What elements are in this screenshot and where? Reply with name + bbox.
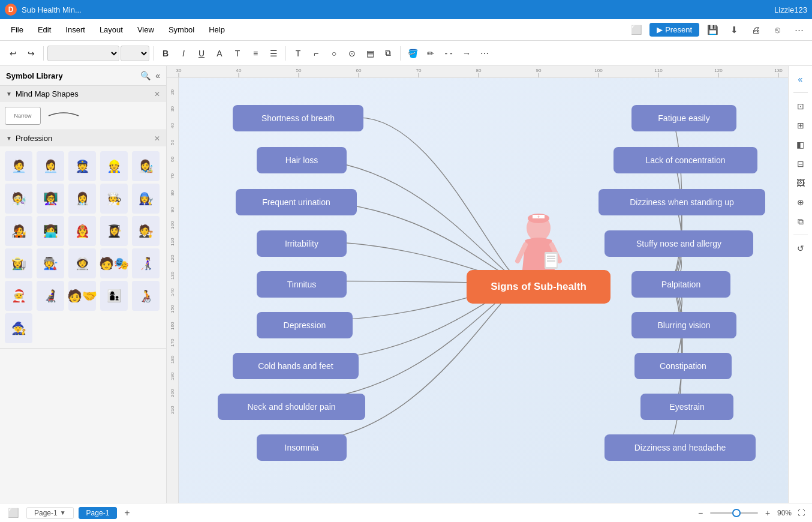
search-icon[interactable]: 🔍 bbox=[140, 71, 151, 80]
undo-panel-btn[interactable]: ↺ bbox=[792, 240, 809, 257]
prof-item-23[interactable]: 🧑‍🤝 bbox=[68, 281, 96, 311]
line-button[interactable]: ✏ bbox=[422, 45, 439, 62]
prof-item-10[interactable]: 👩‍🔧 bbox=[132, 184, 160, 214]
arrow-left-panel-btn[interactable]: « bbox=[792, 71, 809, 88]
prof-item-19[interactable]: 🧑‍🎭 bbox=[100, 248, 128, 278]
page-panel-btn[interactable]: ◧ bbox=[792, 136, 809, 153]
prof-item-8[interactable]: 👩‍⚕️ bbox=[68, 184, 96, 214]
prof-item-18[interactable]: 👩‍🚀 bbox=[68, 248, 96, 278]
prof-item-22[interactable]: 👩‍🦼 bbox=[37, 281, 64, 311]
list-button[interactable]: ☰ bbox=[265, 45, 282, 62]
close-profession-section-icon[interactable]: ✕ bbox=[154, 134, 160, 143]
menu-symbol[interactable]: Symbol bbox=[163, 23, 200, 37]
font-size-select[interactable] bbox=[121, 46, 149, 61]
center-node[interactable]: Signs of Sub-health bbox=[467, 270, 610, 304]
prof-item-26[interactable]: 🧙 bbox=[5, 313, 32, 343]
prof-item-1[interactable]: 🧑‍💼 bbox=[5, 151, 32, 181]
prof-item-3[interactable]: 👮 bbox=[68, 151, 96, 181]
text-format-button[interactable]: T bbox=[290, 45, 306, 62]
prof-item-16[interactable]: 👩‍🌾 bbox=[5, 248, 32, 278]
copy-panel-btn[interactable]: ⧉ bbox=[792, 213, 809, 230]
italic-button[interactable]: I bbox=[175, 45, 192, 62]
prof-item-15[interactable]: 🧑‍⚖️ bbox=[132, 216, 160, 246]
redo-button[interactable]: ↪ bbox=[23, 45, 40, 62]
align-button[interactable]: ≡ bbox=[247, 45, 264, 62]
grid-panel-btn[interactable]: ⊞ bbox=[792, 117, 809, 134]
node-eyestrain[interactable]: Eyestrain bbox=[640, 394, 733, 420]
add-page-button[interactable]: + bbox=[122, 508, 132, 518]
mind-map-shapes-header[interactable]: ▼ Mind Map Shapes ✕ bbox=[0, 86, 166, 102]
node-irritability[interactable]: Irritability bbox=[257, 230, 347, 257]
underline-button[interactable]: U bbox=[193, 45, 210, 62]
save-icon[interactable]: 💾 bbox=[704, 22, 721, 38]
page-tab-dropdown-icon[interactable]: ▼ bbox=[60, 509, 66, 516]
node-tinnitus[interactable]: Tinnitus bbox=[257, 271, 347, 298]
connector-button[interactable]: ⌐ bbox=[308, 45, 324, 62]
prof-item-14[interactable]: 👩‍🎓 bbox=[100, 216, 128, 246]
dash-button[interactable]: - - bbox=[440, 45, 457, 62]
table-button[interactable]: ▤ bbox=[362, 45, 378, 62]
prof-item-12[interactable]: 👩‍💻 bbox=[37, 216, 64, 246]
prof-item-21[interactable]: 🧑‍🎄 bbox=[5, 281, 32, 311]
prof-item-13[interactable]: 🧑‍🚒 bbox=[68, 216, 96, 246]
zoom-slider[interactable] bbox=[710, 512, 758, 514]
prof-item-24[interactable]: 👩‍👦 bbox=[100, 281, 128, 311]
menu-view[interactable]: View bbox=[131, 23, 160, 37]
node-constipation[interactable]: Constipation bbox=[634, 353, 732, 379]
zoom-in-button[interactable]: + bbox=[762, 507, 774, 519]
prof-item-6[interactable]: 🧑‍🔬 bbox=[5, 184, 32, 214]
collapse-icon[interactable]: « bbox=[155, 71, 160, 80]
text-button[interactable]: T bbox=[229, 45, 246, 62]
fullscreen-icon[interactable]: ⬜ bbox=[628, 22, 645, 38]
prof-item-17[interactable]: 🧑‍🏭 bbox=[37, 248, 64, 278]
page-tab-active[interactable]: Page-1 bbox=[79, 507, 118, 519]
zoom-out-button[interactable]: − bbox=[694, 507, 706, 519]
canvas[interactable]: + bbox=[179, 78, 788, 503]
database-panel-btn[interactable]: ⊟ bbox=[792, 155, 809, 172]
node-palpitation[interactable]: Palpitation bbox=[631, 271, 730, 298]
more-icon[interactable]: ⋯ bbox=[790, 22, 807, 38]
node-cold-hands[interactable]: Cold hands and feet bbox=[233, 353, 359, 379]
hierarchy-panel-btn[interactable]: ⊕ bbox=[792, 194, 809, 211]
node-frequent-urination[interactable]: Frequent urination bbox=[236, 189, 357, 215]
prof-item-20[interactable]: 👩‍🦯 bbox=[132, 248, 160, 278]
copy-button[interactable]: ⧉ bbox=[380, 45, 396, 62]
node-concentration[interactable]: Lack of concentration bbox=[613, 147, 757, 173]
node-dizziness-headache[interactable]: Dizziness and headache bbox=[605, 434, 756, 461]
bold-button[interactable]: B bbox=[157, 45, 174, 62]
prof-item-4[interactable]: 👷 bbox=[100, 151, 128, 181]
more-toolbar-button[interactable]: ⋯ bbox=[476, 45, 493, 62]
node-dizziness-standing[interactable]: Dizziness when standing up bbox=[599, 189, 765, 215]
image-panel-btn[interactable]: 🖼 bbox=[792, 175, 809, 191]
node-stuffy-nose[interactable]: Stuffy nose and allergy bbox=[605, 230, 753, 257]
prof-item-7[interactable]: 👩‍🏫 bbox=[37, 184, 64, 214]
fullscreen-button[interactable]: ⛶ bbox=[795, 507, 807, 519]
menu-edit[interactable]: Edit bbox=[32, 23, 57, 37]
node-blurring-vision[interactable]: Blurring vision bbox=[631, 312, 736, 338]
node-insomnia[interactable]: Insomnia bbox=[257, 434, 347, 461]
menu-layout[interactable]: Layout bbox=[94, 23, 129, 37]
node-neck-pain[interactable]: Neck and shoulder pain bbox=[218, 394, 365, 420]
prof-item-25[interactable]: 🧑‍🦽 bbox=[132, 281, 160, 311]
node-fatigue[interactable]: Fatigue easily bbox=[631, 105, 736, 131]
shape-button[interactable]: ○ bbox=[326, 45, 342, 62]
close-mind-map-section-icon[interactable]: ✕ bbox=[154, 90, 160, 98]
prof-item-9[interactable]: 🧑‍🍳 bbox=[100, 184, 128, 214]
share-icon[interactable]: ⎋ bbox=[769, 22, 786, 38]
node-shortness-of-breath[interactable]: Shortness of breath bbox=[233, 105, 363, 131]
node-hair-loss[interactable]: Hair loss bbox=[257, 147, 347, 173]
font-family-select[interactable] bbox=[47, 46, 119, 61]
menu-insert[interactable]: Insert bbox=[59, 23, 91, 37]
prof-item-5[interactable]: 👩‍🎨 bbox=[132, 151, 160, 181]
fill-button[interactable]: 🪣 bbox=[404, 45, 421, 62]
menu-help[interactable]: Help bbox=[203, 23, 231, 37]
arrow-button[interactable]: → bbox=[458, 45, 475, 62]
menu-file[interactable]: File bbox=[5, 23, 29, 37]
node-depression[interactable]: Depression bbox=[257, 312, 353, 338]
narrow-shape[interactable]: Narrow bbox=[5, 107, 41, 125]
download-icon[interactable]: ⬇ bbox=[726, 22, 742, 38]
font-color-button[interactable]: A bbox=[211, 45, 228, 62]
canvas-container[interactable]: 3040506070809010011012013014015016017018… bbox=[167, 66, 788, 503]
link-button[interactable]: ⊙ bbox=[344, 45, 360, 62]
undo-button[interactable]: ↩ bbox=[5, 45, 22, 62]
